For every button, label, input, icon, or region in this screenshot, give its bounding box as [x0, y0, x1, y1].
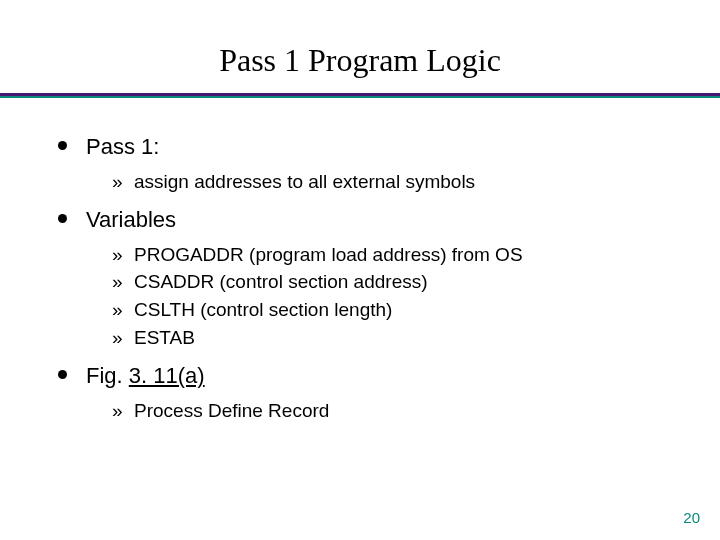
- sub-list-item: Process Define Record: [112, 397, 720, 425]
- content-area: Pass 1: assign addresses to all external…: [0, 98, 720, 424]
- slide-title: Pass 1 Program Logic: [0, 0, 720, 93]
- sub-list-item: ESTAB: [112, 324, 720, 352]
- slide: Pass 1 Program Logic Pass 1: assign addr…: [0, 0, 720, 540]
- bullet-label-prefix: Fig.: [86, 363, 129, 388]
- bullet-label: Pass 1:: [86, 134, 159, 159]
- bullet-label: Variables: [86, 207, 176, 232]
- sub-list-item: PROGADDR (program load address) from OS: [112, 241, 720, 269]
- sub-list-item: CSADDR (control section address): [112, 268, 720, 296]
- list-item: Variables PROGADDR (program load address…: [58, 205, 720, 351]
- list-item: Fig. 3. 11(a) Process Define Record: [58, 361, 720, 424]
- list-item: Pass 1: assign addresses to all external…: [58, 132, 720, 195]
- sub-list-item: CSLTH (control section length): [112, 296, 720, 324]
- page-number: 20: [683, 509, 700, 526]
- divider: [0, 93, 720, 98]
- figure-link[interactable]: 3. 11(a): [129, 363, 205, 388]
- sub-list-item: assign addresses to all external symbols: [112, 168, 720, 196]
